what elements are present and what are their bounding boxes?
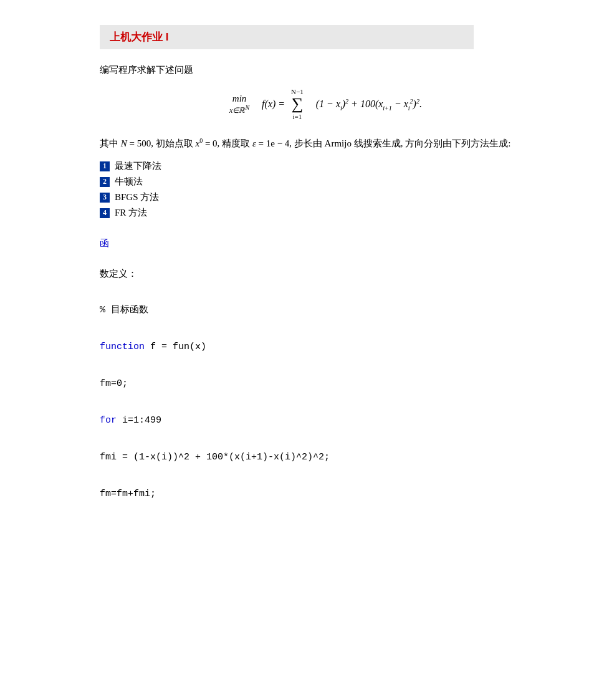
- method-label-1: 最速下降法: [115, 160, 161, 172]
- method-label-4: FR 方法: [115, 207, 147, 219]
- conditions-text: 其中 N = 500, 初始点取 x0 = 0, 精度取 ε = 1e − 4,…: [100, 135, 524, 152]
- min-block: min x∈ℝN: [229, 93, 249, 115]
- sigma-symbol: ∑: [292, 96, 304, 112]
- formula-inner: min x∈ℝN f(x) = N−1 ∑ i=1 (1 − xi)2 + 10…: [229, 87, 422, 122]
- keyword-for: for: [100, 415, 117, 426]
- function-rest: f = fun(x): [145, 342, 206, 352]
- blank-line-6: [100, 438, 552, 451]
- sum-bottom: i=1: [293, 112, 302, 121]
- method-label-2: 牛顿法: [115, 176, 143, 188]
- blank-line-4: [100, 365, 552, 377]
- fm-update-line: fm=fm+fmi;: [100, 487, 552, 501]
- header-title: 上机大作业 I: [110, 31, 168, 43]
- blank-line-5: [100, 401, 552, 414]
- blank-line-1: [100, 256, 552, 268]
- formula-fx: f(x) =: [262, 98, 285, 110]
- comment-line: % 目标函数: [100, 304, 552, 317]
- blank-line-7: [100, 475, 552, 487]
- list-item: 2 牛顿法: [100, 176, 552, 188]
- method-label-3: BFGS 方法: [115, 191, 159, 203]
- section-shuding: 数定义：: [100, 268, 552, 280]
- fm-init-line: fm=0;: [100, 377, 552, 390]
- list-item: 1 最速下降法: [100, 160, 552, 172]
- function-line: function f = fun(x): [100, 340, 552, 353]
- list-item: 4 FR 方法: [100, 207, 552, 219]
- for-rest: i=1:499: [117, 415, 161, 426]
- blank-line-3: [100, 328, 552, 340]
- formula-body: (1 − xi)2 + 100(xi+1 − xi2)2.: [316, 98, 422, 112]
- problem-intro: 编写程序求解下述问题: [100, 64, 552, 76]
- method-badge-3: 3: [100, 193, 110, 203]
- page-container: 上机大作业 I 编写程序求解下述问题 min x∈ℝN f(x) = N−1 ∑…: [0, 0, 589, 700]
- method-badge-1: 1: [100, 161, 110, 171]
- sum-block: N−1 ∑ i=1: [291, 87, 304, 122]
- main-content: 上机大作业 I 编写程序求解下述问题 min x∈ℝN f(x) = N−1 ∑…: [0, 25, 589, 501]
- code-section: 函 数定义： % 目标函数 function f = fun(x) fm=0; …: [100, 237, 552, 501]
- keyword-function: function: [100, 342, 145, 352]
- formula-block: min x∈ℝN f(x) = N−1 ∑ i=1 (1 − xi)2 + 10…: [100, 87, 552, 122]
- formula-under: x∈ℝN: [229, 104, 249, 115]
- min-text: min: [232, 93, 247, 104]
- header-box: 上机大作业 I: [100, 25, 474, 49]
- method-badge-4: 4: [100, 208, 110, 218]
- blank-line-2: [100, 291, 552, 304]
- method-list: 1 最速下降法 2 牛顿法 3 BFGS 方法 4 FR 方法: [100, 160, 552, 219]
- section-han: 函: [100, 237, 552, 249]
- list-item: 3 BFGS 方法: [100, 191, 552, 203]
- method-badge-2: 2: [100, 177, 110, 187]
- fmi-line: fmi = (1-x(i))^2 + 100*(x(i+1)-x(i)^2)^2…: [100, 451, 552, 464]
- for-line: for i=1:499: [100, 414, 552, 427]
